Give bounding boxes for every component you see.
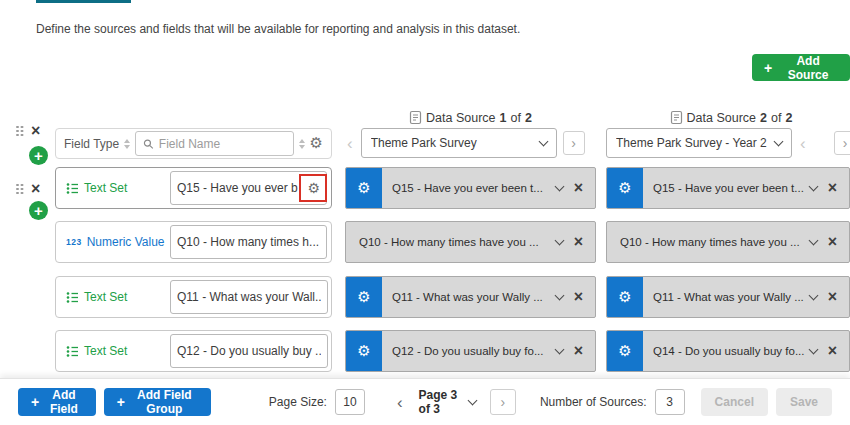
selected-survey-label: Theme Park Survey [371,136,534,150]
sort-icon[interactable] [124,139,130,149]
source-select-dropdown[interactable]: Theme Park Survey - Year 2 [606,128,792,158]
field-settings-button[interactable]: ⚙ [607,168,643,208]
chevron-down-icon[interactable] [554,345,564,355]
field-settings-button[interactable]: ⚙ [346,168,382,208]
source-field-row: ⚙ Q12 - Do you usually buy fo... × [345,330,596,372]
remove-mapping-icon[interactable]: × [574,234,583,250]
remove-mapping-icon[interactable]: × [828,180,837,196]
field-name-search[interactable] [135,131,293,156]
source-field-row: ⚙ Q11 - What was your Wally ... × [606,276,850,318]
mapped-field-label: Q15 - Have you ever been t... [653,182,810,194]
number-of-sources-input[interactable] [655,389,685,415]
chevron-down-icon[interactable] [808,345,818,355]
field-settings-button[interactable]: ⚙ [346,331,382,371]
page-size-input[interactable] [335,389,365,415]
insert-field-button[interactable]: + [29,146,48,165]
save-button[interactable]: Save [776,388,832,416]
gear-icon: ⚙ [357,344,370,359]
gear-icon: ⚙ [618,181,631,196]
source-of-word: of [771,111,781,125]
remove-mapping-icon[interactable]: × [574,180,583,196]
next-page-button[interactable]: › [490,389,516,415]
remove-mapping-icon[interactable]: × [828,234,837,250]
chevron-down-icon[interactable] [554,236,564,246]
next-source-button[interactable]: › [563,131,585,155]
source-select-dropdown[interactable]: Theme Park Survey [361,128,557,158]
search-icon [143,138,154,150]
field-settings-button[interactable]: ⚙ [346,277,382,317]
add-field-label: Add Field [45,388,82,416]
plus-icon: + [764,61,772,75]
plus-icon: + [31,395,39,409]
prev-source-icon[interactable]: ‹ [345,135,355,152]
annotation-highlight-box [299,174,327,202]
gear-icon: ⚙ [357,290,370,305]
chevron-down-icon[interactable] [808,291,818,301]
add-field-group-button[interactable]: + Add Field Group [104,388,211,416]
add-field-button[interactable]: + Add Field [18,388,96,416]
gear-icon: ⚙ [357,181,370,196]
source-header-label: Data Source [687,111,756,125]
source-field-row: Q10 - How many times have you ... × [345,221,596,263]
field-settings-gear-icon[interactable]: ⚙ [310,136,323,151]
cancel-button[interactable]: Cancel [701,388,768,416]
dataset-editor: Define the sources and fields that will … [0,0,850,425]
field-name-box[interactable]: Q11 - What was your Wall... [170,280,328,314]
field-type-cell[interactable]: Text Set [66,181,170,195]
chevron-down-icon [467,396,477,406]
field-row: Text Set Q12 - Do you usually buy ... [55,330,332,372]
field-type-label: Numeric Value [87,235,165,249]
document-icon [409,110,422,125]
chevron-down-icon[interactable] [554,291,564,301]
field-settings-button[interactable]: ⚙ [607,331,643,371]
source-header: Data Source 1 of 2 [345,110,596,125]
field-name-search-input[interactable] [159,137,286,151]
chevron-down-icon[interactable] [808,182,818,192]
mapped-field-label: Q10 - How many times have you ... [620,236,810,248]
prev-page-icon[interactable]: ‹ [395,394,405,411]
drag-handle-icon[interactable] [16,126,23,137]
drag-handle-icon[interactable] [16,184,23,195]
page-indicator[interactable]: Page 3 of 3 [419,388,476,416]
source-field-row: ⚙ Q15 - Have you ever been t... × [345,167,596,209]
prev-source-icon[interactable]: ‹ [798,135,808,152]
source-total: 2 [785,111,792,125]
remove-mapping-icon[interactable]: × [574,343,583,359]
chevron-down-icon[interactable] [808,236,818,246]
field-type-cell[interactable]: Text Set [66,290,170,304]
source-field-row: ⚙ Q14 - Do you usually buy fo... × [606,330,850,372]
source-total: 2 [525,111,532,125]
field-name-text: Q11 - What was your Wall... [177,290,321,304]
next-source-button[interactable]: › [834,131,850,155]
remove-mapping-icon[interactable]: × [828,289,837,305]
gear-icon: ⚙ [618,344,631,359]
mapped-field-label: Q11 - What was your Wally ... [392,291,556,303]
remove-mapping-icon[interactable]: × [574,289,583,305]
document-icon [670,110,683,125]
row-controls: × [16,181,40,197]
remove-mapping-icon[interactable]: × [828,343,837,359]
chevron-down-icon[interactable] [554,182,564,192]
source-field-row: ⚙ Q11 - What was your Wally ... × [345,276,596,318]
field-type-cell[interactable]: Text Set [66,344,170,358]
field-name-box[interactable]: Q15 - Have you ever b ⚙ [170,171,327,205]
chevron-down-icon [538,137,548,147]
gear-icon: ⚙ [618,290,631,305]
sort-icon[interactable] [299,139,305,149]
field-type-label: Text Set [84,290,127,304]
source-number: 1 [500,111,507,125]
field-settings-button[interactable]: ⚙ [607,277,643,317]
add-source-button[interactable]: + Add Source [752,54,850,81]
field-name-box[interactable]: Q10 - How many times h... [170,225,327,259]
remove-row-icon[interactable]: × [31,123,40,139]
field-name-box[interactable]: Q12 - Do you usually buy ... [170,334,328,368]
remove-row-icon[interactable]: × [31,181,40,197]
field-type-cell[interactable]: 123 Numeric Value [66,235,170,249]
field-type-header: Field Type [64,137,119,151]
field-table-header: Field Type ⚙ [55,128,332,159]
insert-field-button[interactable]: + [29,201,48,220]
field-type-label: Text Set [84,181,127,195]
add-field-group-label: Add Field Group [131,388,198,416]
selected-survey-label: Theme Park Survey - Year 2 [616,136,769,150]
footer-bar: + Add Field + Add Field Group Page Size:… [0,378,850,425]
